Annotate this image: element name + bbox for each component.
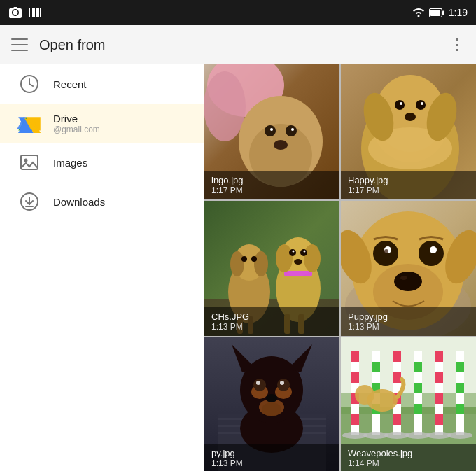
downloads-icon bbox=[17, 189, 42, 214]
svg-rect-1 bbox=[31, 8, 31, 17]
image-caption-4: py.jpg 1:13 PM bbox=[204, 444, 340, 471]
svg-point-98 bbox=[253, 379, 266, 391]
svg-point-69 bbox=[300, 249, 307, 256]
svg-point-105 bbox=[262, 402, 281, 416]
sidebar-recent-content: Recent bbox=[53, 78, 87, 90]
svg-point-46 bbox=[395, 100, 405, 110]
svg-rect-110 bbox=[351, 351, 359, 362]
image-item-5[interactable]: Weavepoles.jpg 1:14 PM bbox=[341, 337, 476, 471]
image-filename-3: Puppy.jpg bbox=[348, 311, 469, 322]
svg-point-72 bbox=[294, 259, 302, 265]
clock-icon bbox=[17, 71, 42, 97]
toolbar-left: Open from bbox=[11, 36, 105, 53]
svg-rect-125 bbox=[414, 383, 422, 393]
svg-rect-65 bbox=[284, 271, 312, 276]
svg-point-50 bbox=[405, 113, 416, 121]
svg-point-39 bbox=[274, 140, 288, 150]
wifi-icon bbox=[412, 8, 425, 17]
svg-rect-122 bbox=[393, 414, 401, 425]
svg-point-100 bbox=[256, 381, 260, 385]
svg-point-99 bbox=[277, 379, 290, 391]
svg-point-84 bbox=[430, 246, 437, 253]
svg-rect-129 bbox=[435, 372, 443, 383]
sidebar-downloads-content: Downloads bbox=[53, 196, 105, 208]
svg-rect-113 bbox=[351, 414, 359, 425]
status-bar-right-icons: 1:19 bbox=[412, 7, 468, 18]
sidebar-drive-content: Drive @gmail.com bbox=[53, 113, 100, 134]
svg-rect-111 bbox=[351, 372, 359, 383]
sidebar-recent-label: Recent bbox=[53, 78, 87, 90]
image-time-2: 1:13 PM bbox=[211, 322, 332, 332]
svg-point-141 bbox=[447, 432, 472, 439]
svg-rect-0 bbox=[29, 8, 30, 17]
images-icon bbox=[17, 150, 42, 175]
svg-point-81 bbox=[373, 241, 398, 266]
svg-rect-134 bbox=[456, 383, 464, 393]
svg-point-58 bbox=[254, 251, 268, 276]
sidebar-images-label: Images bbox=[53, 157, 88, 169]
svg-rect-8 bbox=[442, 10, 444, 15]
image-time-5: 1:14 PM bbox=[348, 458, 469, 468]
sidebar-images-content: Images bbox=[53, 157, 88, 169]
image-caption-2: CHs.JPG 1:13 PM bbox=[204, 307, 340, 336]
image-grid: ingo.jpg 1:17 PM bbox=[204, 64, 476, 471]
svg-point-37 bbox=[270, 128, 273, 131]
svg-point-32 bbox=[204, 71, 246, 141]
overflow-menu-button[interactable]: ⋮ bbox=[449, 36, 465, 54]
sidebar-item-downloads[interactable]: Downloads bbox=[0, 182, 204, 221]
image-filename-1: Happy.jpg bbox=[348, 175, 469, 185]
image-item-4[interactable]: py.jpg 1:13 PM bbox=[204, 337, 340, 471]
svg-point-101 bbox=[280, 381, 284, 385]
sidebar-item-drive[interactable]: Drive @gmail.com bbox=[0, 104, 204, 143]
status-bar-left-icons bbox=[8, 6, 42, 19]
svg-rect-120 bbox=[393, 372, 401, 383]
svg-point-102 bbox=[266, 394, 277, 402]
toolbar: Open from ⋮ bbox=[0, 25, 476, 64]
image-time-1: 1:17 PM bbox=[348, 185, 469, 195]
sidebar-item-images[interactable]: Images bbox=[0, 143, 204, 182]
svg-rect-5 bbox=[38, 8, 39, 17]
svg-rect-4 bbox=[36, 8, 38, 17]
svg-point-59 bbox=[241, 256, 247, 262]
svg-rect-3 bbox=[34, 8, 35, 17]
svg-rect-9 bbox=[430, 10, 440, 16]
hamburger-button[interactable] bbox=[11, 36, 28, 53]
svg-point-67 bbox=[304, 244, 321, 272]
battery-icon bbox=[429, 8, 444, 17]
status-time: 1:19 bbox=[449, 7, 468, 18]
image-caption-5: Weavepoles.jpg 1:14 PM bbox=[341, 444, 476, 471]
svg-rect-119 bbox=[393, 351, 401, 362]
svg-rect-124 bbox=[414, 362, 422, 372]
sidebar-drive-email: @gmail.com bbox=[53, 125, 100, 134]
image-time-0: 1:17 PM bbox=[211, 185, 332, 195]
sidebar: Recent bbox=[0, 64, 204, 471]
svg-point-60 bbox=[251, 256, 257, 262]
svg-rect-126 bbox=[414, 404, 422, 414]
image-caption-3: Puppy.jpg 1:13 PM bbox=[341, 307, 476, 336]
image-item-2[interactable]: CHs.JPG 1:13 PM bbox=[204, 201, 340, 336]
image-filename-4: py.jpg bbox=[211, 448, 332, 458]
svg-rect-130 bbox=[435, 393, 443, 404]
image-filename-2: CHs.JPG bbox=[211, 311, 332, 322]
svg-point-47 bbox=[416, 100, 426, 110]
image-filename-5: Weavepoles.jpg bbox=[348, 448, 469, 458]
svg-rect-6 bbox=[40, 8, 41, 17]
sidebar-downloads-label: Downloads bbox=[53, 196, 105, 208]
svg-point-70 bbox=[293, 251, 295, 253]
image-caption-0: ingo.jpg 1:17 PM bbox=[204, 171, 340, 199]
svg-rect-131 bbox=[435, 414, 443, 425]
svg-point-82 bbox=[419, 241, 444, 266]
drive-icon bbox=[17, 111, 42, 136]
image-item-3[interactable]: Puppy.jpg 1:13 PM bbox=[341, 201, 476, 336]
image-item-1[interactable]: Happy.jpg 1:17 PM bbox=[341, 64, 476, 199]
svg-point-35 bbox=[265, 125, 276, 136]
svg-rect-128 bbox=[435, 351, 443, 362]
image-filename-0: ingo.jpg bbox=[211, 175, 332, 185]
status-bar: 1:19 bbox=[0, 0, 476, 25]
svg-point-71 bbox=[304, 251, 306, 253]
image-item-0[interactable]: ingo.jpg 1:17 PM bbox=[204, 64, 340, 199]
svg-point-85 bbox=[384, 249, 388, 253]
svg-point-36 bbox=[286, 125, 297, 136]
sidebar-item-recent[interactable]: Recent bbox=[0, 64, 204, 104]
svg-rect-133 bbox=[456, 362, 464, 372]
